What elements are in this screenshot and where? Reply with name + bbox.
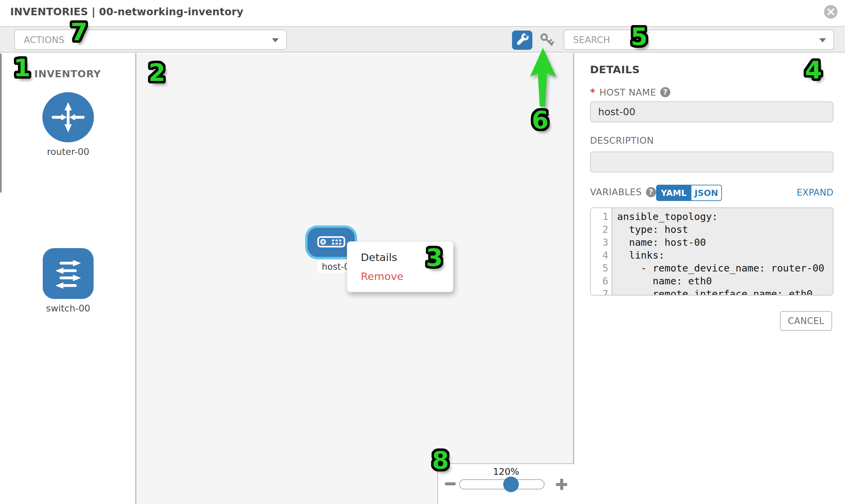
variables-code-editor[interactable]: 1 2 3 4 5 6 7 ansible_topology: type: ho…: [590, 208, 833, 295]
palette-item-router[interactable]: router-00: [41, 92, 95, 157]
toggle-yaml-button[interactable]: YAML: [656, 185, 691, 201]
cancel-button[interactable]: CANCEL: [780, 311, 832, 331]
zoom-control-panel: 120%: [437, 463, 574, 504]
editor-code-area[interactable]: ansible_topology: type: host name: host-…: [612, 208, 833, 295]
search-dropdown[interactable]: SEARCH: [564, 30, 834, 50]
code-line: name: eth0: [617, 274, 833, 287]
expand-link[interactable]: EXPAND: [796, 187, 833, 198]
wrench-icon: [515, 33, 529, 48]
inventory-palette-sidebar: INVENTORY router-00: [0, 53, 136, 504]
zoom-out-minus-icon[interactable]: [445, 482, 456, 485]
variables-format-toggle: YAML JSON: [656, 185, 722, 201]
details-panel: DETAILS * HOST NAME ? DESCRIPTION VARIAB…: [575, 53, 845, 504]
credentials-key-button[interactable]: [539, 33, 555, 48]
variables-label: VARIABLES: [590, 187, 642, 197]
key-icon: [539, 43, 555, 50]
annotation-badge-6: 6: [532, 106, 549, 134]
editor-line-number-gutter: 1 2 3 4 5 6 7: [591, 208, 612, 295]
code-line: name: host-00: [617, 236, 833, 249]
line-number: 2: [591, 223, 612, 236]
line-number: 3: [591, 236, 612, 249]
annotation-badge-4: 4: [805, 56, 822, 84]
description-label: DESCRIPTION: [590, 135, 654, 146]
line-number: 7: [591, 287, 612, 295]
zoom-slider-track[interactable]: [459, 479, 545, 489]
palette-item-label: switch-00: [41, 303, 95, 313]
annotation-badge-3: 3: [426, 244, 443, 272]
help-icon[interactable]: ?: [660, 87, 670, 97]
host-icon: [317, 235, 346, 250]
close-icon[interactable]: ×: [824, 5, 838, 19]
annotation-badge-8: 8: [432, 446, 449, 474]
code-line: - remote_device_name: router-00: [617, 262, 833, 274]
host-name-label: HOST NAME: [599, 87, 656, 97]
toolbar: ACTIONS SEARCH: [0, 26, 845, 53]
actions-dropdown-label: ACTIONS: [24, 35, 65, 45]
code-line: ansible_topology:: [617, 210, 833, 223]
app-header: INVENTORIES | 00-networking-inventory ×: [0, 0, 845, 26]
topology-canvas[interactable]: host-00 Details Remove 120%: [136, 53, 574, 504]
palette-item-label: router-00: [41, 146, 95, 157]
line-number: 4: [591, 249, 612, 262]
help-icon[interactable]: ?: [646, 187, 656, 197]
palette-item-switch[interactable]: switch-00: [41, 248, 95, 313]
search-dropdown-label: SEARCH: [573, 35, 610, 45]
variables-label-row: VARIABLES ?: [590, 187, 656, 197]
code-line: remote_interface_name: eth0: [617, 287, 833, 295]
line-number: 6: [591, 274, 612, 287]
required-marker: *: [590, 86, 595, 98]
annotation-badge-5: 5: [631, 22, 648, 51]
description-label-row: DESCRIPTION: [590, 135, 654, 146]
description-input[interactable]: [590, 151, 833, 173]
code-line: links:: [617, 249, 833, 262]
router-icon: [42, 92, 94, 142]
annotation-badge-2: 2: [148, 58, 165, 87]
host-name-label-row: * HOST NAME ?: [590, 86, 670, 98]
zoom-level-value: 120%: [438, 466, 574, 477]
annotation-badge-7: 7: [71, 18, 87, 46]
toggle-json-button[interactable]: JSON: [691, 185, 722, 201]
code-line: type: host: [617, 223, 833, 236]
zoom-in-plus-icon[interactable]: [555, 478, 568, 491]
page-title: INVENTORIES | 00-networking-inventory: [10, 6, 244, 18]
details-heading: DETAILS: [590, 64, 640, 76]
host-name-input[interactable]: [590, 101, 833, 122]
annotation-badge-1: 1: [14, 54, 31, 82]
actions-dropdown[interactable]: ACTIONS: [14, 30, 287, 50]
chevron-down-icon: [272, 38, 279, 42]
configure-tools-button[interactable]: [512, 31, 532, 50]
line-number: 1: [591, 210, 612, 223]
line-number: 5: [591, 262, 612, 274]
chevron-down-icon: [819, 38, 826, 42]
switch-icon: [43, 248, 93, 299]
zoom-slider-thumb[interactable]: [503, 476, 519, 492]
